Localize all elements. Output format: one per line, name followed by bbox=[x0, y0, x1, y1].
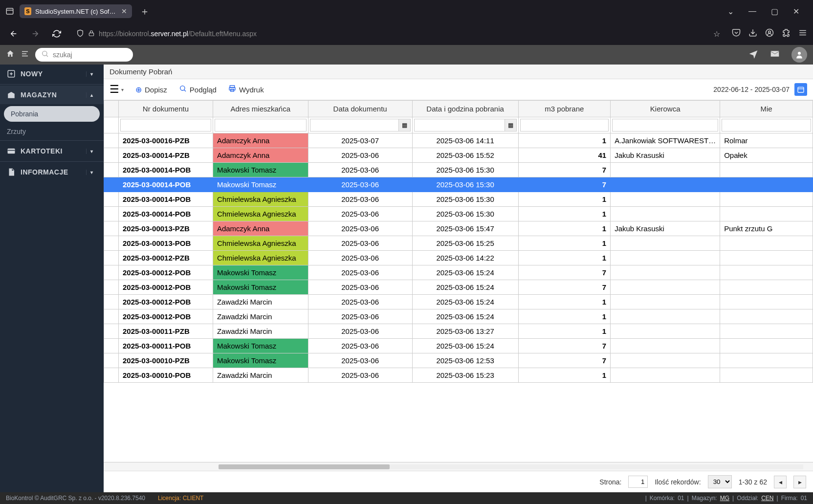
col-m3[interactable]: m3 pobrane bbox=[518, 101, 611, 117]
url-bar[interactable]: https://biokontrol.server.net.pl/Default… bbox=[70, 26, 726, 42]
download-icon[interactable] bbox=[748, 28, 757, 39]
filter-m3[interactable] bbox=[520, 119, 609, 131]
calendar-button[interactable] bbox=[794, 83, 807, 96]
sidebar-item-nowy[interactable]: NOWY ▾ bbox=[0, 65, 104, 83]
forward-button[interactable] bbox=[27, 26, 43, 42]
wydruk-button[interactable]: Wydruk bbox=[228, 85, 264, 94]
table-row[interactable]: 2025-03-00012-POBZawadzki Marcin2025-03-… bbox=[104, 295, 813, 309]
home-icon[interactable] bbox=[6, 49, 15, 61]
col-mie[interactable]: Mie bbox=[720, 101, 813, 117]
col-adres[interactable]: Adres mieszkańca bbox=[213, 101, 308, 117]
cell-driver bbox=[611, 265, 720, 280]
browser-tab[interactable]: S StudioSystem.NET (c) SoftwareS ✕ bbox=[20, 4, 132, 18]
cell-docnum: 2025-03-00014-POB bbox=[119, 192, 213, 207]
table-row[interactable]: 2025-03-00016-PZBAdamczyk Anna2025-03-07… bbox=[104, 133, 813, 148]
cell-loc bbox=[720, 163, 813, 177]
horizontal-scrollbar[interactable] bbox=[104, 462, 813, 471]
sidebar-sub-zrzuty[interactable]: Zrzuty bbox=[0, 124, 104, 139]
table-row[interactable]: 2025-03-00014-POBMakowski Tomasz2025-03-… bbox=[104, 177, 813, 192]
filter-adres[interactable] bbox=[215, 119, 307, 131]
menu-icon[interactable] bbox=[798, 28, 807, 39]
cell-driver: Jakub Krasuski bbox=[611, 221, 720, 236]
chevron-down-icon[interactable]: ▾ bbox=[86, 149, 97, 154]
minimize-icon[interactable]: — bbox=[748, 7, 756, 16]
bookmark-star-icon[interactable]: ☆ bbox=[713, 29, 720, 39]
table-row[interactable]: 2025-03-00012-POBMakowski Tomasz2025-03-… bbox=[104, 265, 813, 280]
chevron-down-icon[interactable]: ⌄ bbox=[727, 7, 734, 16]
next-page-button[interactable]: ▸ bbox=[793, 476, 806, 488]
maximize-icon[interactable]: ▢ bbox=[771, 7, 778, 16]
chevron-down-icon[interactable]: ▾ bbox=[86, 170, 97, 175]
table-row[interactable]: 2025-03-00014-POBChmielewska Agnieszka20… bbox=[104, 207, 813, 221]
calendar-icon[interactable]: ▦ bbox=[505, 119, 517, 131]
chevron-up-icon[interactable]: ▴ bbox=[86, 92, 97, 98]
cell-driver bbox=[611, 251, 720, 265]
cell-docnum: 2025-03-00014-POB bbox=[119, 207, 213, 221]
reload-button[interactable] bbox=[49, 26, 65, 42]
search-input[interactable] bbox=[53, 51, 127, 59]
filter-mie[interactable] bbox=[722, 119, 811, 131]
table-row[interactable]: 2025-03-00013-POBChmielewska Agnieszka20… bbox=[104, 236, 813, 251]
extensions-icon[interactable] bbox=[782, 28, 791, 39]
user-avatar[interactable] bbox=[791, 47, 807, 63]
table-row[interactable]: 2025-03-00012-PZBChmielewska Agnieszka20… bbox=[104, 251, 813, 265]
page-input[interactable] bbox=[628, 476, 648, 488]
sidebar-item-magazyn[interactable]: MAGAZYN ▴ bbox=[0, 86, 104, 104]
oddzial-value[interactable]: CEN bbox=[761, 495, 773, 502]
sidebar-item-kartoteki[interactable]: KARTOTEKI ▾ bbox=[0, 142, 104, 160]
chevron-down-icon[interactable]: ▾ bbox=[86, 71, 97, 77]
table-row[interactable]: 2025-03-00012-POBMakowski Tomasz2025-03-… bbox=[104, 280, 813, 295]
new-tab-button[interactable]: ＋ bbox=[136, 3, 154, 20]
table-row[interactable]: 2025-03-00011-POBMakowski Tomasz2025-03-… bbox=[104, 339, 813, 353]
header-row: Nr dokumentu Adres mieszkańca Data dokum… bbox=[104, 101, 813, 117]
nav-bar: https://biokontrol.server.net.pl/Default… bbox=[0, 22, 813, 45]
filter-datagodzina[interactable] bbox=[414, 119, 505, 131]
sidebar-toggle-icon[interactable] bbox=[4, 5, 16, 17]
svg-rect-22 bbox=[229, 88, 235, 90]
cell-docnum: 2025-03-00012-PZB bbox=[119, 251, 213, 265]
svg-rect-17 bbox=[8, 149, 15, 154]
table-row[interactable]: 2025-03-00014-PZBAdamczyk Anna2025-03-06… bbox=[104, 148, 813, 163]
close-window-icon[interactable]: ✕ bbox=[793, 7, 799, 16]
table-row[interactable]: 2025-03-00014-POBChmielewska Agnieszka20… bbox=[104, 192, 813, 207]
collapse-menu-icon[interactable] bbox=[21, 49, 29, 61]
table-row[interactable]: 2025-03-00013-PZBAdamczyk Anna2025-03-06… bbox=[104, 221, 813, 236]
calendar-icon[interactable]: ▦ bbox=[399, 119, 411, 131]
col-kierowca[interactable]: Kierowca bbox=[611, 101, 720, 117]
table-container[interactable]: Nr dokumentu Adres mieszkańca Data dokum… bbox=[104, 100, 813, 462]
filter-nrdokumentu[interactable] bbox=[120, 119, 211, 131]
cell-docnum: 2025-03-00013-POB bbox=[119, 236, 213, 251]
cell-docnum: 2025-03-00010-POB bbox=[119, 368, 213, 383]
search-box[interactable] bbox=[35, 48, 133, 62]
mail-icon[interactable] bbox=[770, 49, 780, 61]
dopisz-button[interactable]: ⊕Dopisz bbox=[135, 85, 167, 94]
table-row[interactable]: 2025-03-00011-PZBZawadzki Marcin2025-03-… bbox=[104, 324, 813, 339]
plane-icon[interactable] bbox=[748, 49, 758, 61]
pocket-icon[interactable] bbox=[732, 28, 741, 39]
col-data[interactable]: Data dokumentu bbox=[308, 101, 412, 117]
scrollbar-thumb[interactable] bbox=[219, 464, 390, 469]
table-row[interactable]: 2025-03-00010-POBZawadzki Marcin2025-03-… bbox=[104, 368, 813, 383]
filter-data[interactable] bbox=[310, 119, 399, 131]
podglad-button[interactable]: Podgląd bbox=[179, 85, 217, 94]
table-row[interactable]: 2025-03-00010-PZBMakowski Tomasz2025-03-… bbox=[104, 353, 813, 368]
cell-date: 2025-03-06 bbox=[308, 148, 412, 163]
cell-m3: 1 bbox=[518, 133, 611, 148]
grid-menu-button[interactable]: ☰▾ bbox=[110, 83, 124, 96]
cell-date: 2025-03-06 bbox=[308, 309, 412, 324]
table-row[interactable]: 2025-03-00014-POBMakowski Tomasz2025-03-… bbox=[104, 163, 813, 177]
account-icon[interactable] bbox=[765, 28, 774, 39]
table-row[interactable]: 2025-03-00012-POBZawadzki Marcin2025-03-… bbox=[104, 309, 813, 324]
sidebar-sub-pobrania[interactable]: Pobrania bbox=[4, 106, 100, 122]
svg-point-11 bbox=[43, 51, 47, 56]
close-tab-icon[interactable]: ✕ bbox=[121, 7, 127, 15]
col-nrdokumentu[interactable]: Nr dokumentu bbox=[119, 101, 213, 117]
back-button[interactable] bbox=[6, 26, 22, 42]
col-dataigodzina[interactable]: Data i godzina pobrania bbox=[412, 101, 518, 117]
cell-loc bbox=[720, 265, 813, 280]
magazyn-value[interactable]: MG bbox=[720, 495, 729, 502]
sidebar-item-informacje[interactable]: INFORMACJE ▾ bbox=[0, 163, 104, 181]
prev-page-button[interactable]: ◂ bbox=[774, 476, 787, 488]
page-size-select[interactable]: 30 bbox=[708, 475, 732, 488]
filter-kierowca[interactable] bbox=[612, 119, 718, 131]
